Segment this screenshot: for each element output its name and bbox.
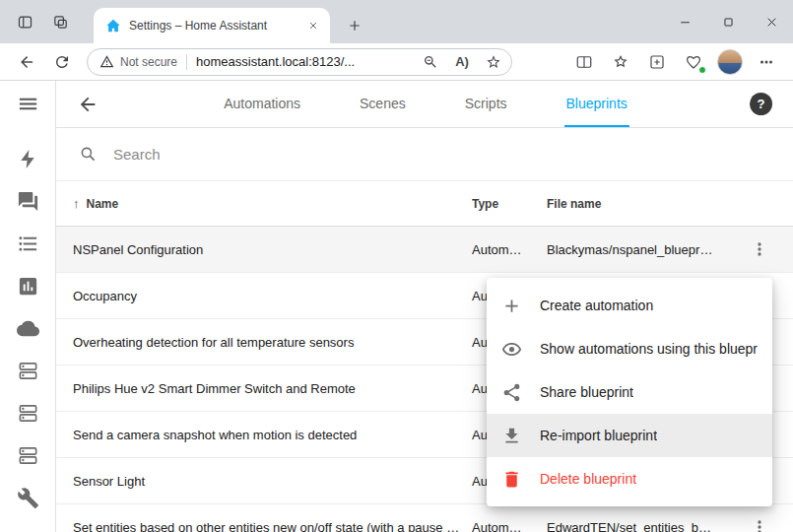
table-row[interactable]: Set entities based on other entities new… [56, 504, 793, 532]
new-tab-button[interactable] [342, 13, 367, 38]
table-row[interactable]: NSPanel Configuration Autom… Blackymas/n… [56, 227, 793, 273]
ha-back-icon[interactable] [74, 91, 101, 118]
help-icon[interactable]: ? [750, 93, 772, 115]
cloud-icon[interactable] [16, 316, 39, 340]
plus-icon [501, 296, 522, 316]
tab-automations[interactable]: Automations [222, 81, 302, 127]
menu-item-create-automation[interactable]: Create automation [487, 284, 772, 327]
dots-vertical-icon [750, 517, 769, 532]
address-bar[interactable]: Not secure homeassistant.local:8123/... … [87, 48, 512, 76]
read-aloud-icon[interactable]: A) [449, 49, 475, 75]
row-menu-button[interactable] [745, 512, 774, 532]
hamburger-menu-icon[interactable] [16, 92, 39, 115]
search-icon [79, 145, 99, 165]
split-screen-icon[interactable] [567, 46, 601, 78]
row-name: Set entities based on other entities new… [73, 520, 472, 532]
settings-menu-icon[interactable] [750, 46, 783, 78]
zoom-out-icon[interactable] [418, 49, 443, 75]
tab-blueprints[interactable]: Blueprints [564, 81, 629, 127]
chart-icon[interactable] [16, 274, 39, 298]
server-icon-3[interactable] [16, 443, 39, 467]
refresh-icon[interactable] [45, 46, 79, 78]
tab-close-icon[interactable] [304, 17, 322, 34]
row-type: Autom… [472, 242, 547, 257]
row-name: Occupancy [73, 289, 472, 303]
trash-icon [501, 469, 522, 490]
chat-icon[interactable] [16, 189, 39, 213]
row-name: Sensor Light [73, 474, 472, 489]
dots-vertical-icon [750, 239, 769, 259]
row-name: Overheating detection for all temperatur… [73, 335, 472, 350]
favorite-star-icon[interactable] [481, 49, 506, 75]
column-header-file[interactable]: File name [547, 197, 726, 211]
browser-navbar: Not secure homeassistant.local:8123/... … [0, 43, 793, 81]
eye-icon [501, 339, 522, 360]
menu-item-delete-blueprint[interactable]: Delete blueprint [487, 457, 772, 500]
ha-sidebar [0, 81, 56, 532]
menu-item-show-automations[interactable]: Show automations using this blueprint [487, 327, 772, 370]
browser-tab[interactable]: Settings – Home Assistant [94, 8, 330, 43]
tab-scenes[interactable]: Scenes [358, 81, 408, 127]
ha-main: Automations Scenes Scripts Blueprints ? … [56, 81, 793, 532]
address-divider [186, 54, 187, 70]
home-assistant-logo-icon [105, 18, 121, 33]
share-icon [501, 382, 522, 403]
row-name: NSPanel Configuration [73, 242, 472, 257]
essentials-status-dot [698, 66, 706, 74]
lightning-icon[interactable] [16, 147, 39, 170]
collections-icon[interactable] [640, 46, 674, 78]
search-bar [56, 128, 793, 181]
home-assistant-app: Automations Scenes Scripts Blueprints ? … [0, 81, 793, 532]
close-button[interactable] [750, 0, 793, 43]
tab-scripts[interactable]: Scripts [463, 81, 509, 127]
back-icon[interactable] [10, 46, 43, 78]
download-icon [501, 426, 522, 446]
tab-title: Settings – Home Assistant [129, 19, 297, 33]
row-file: EdwardTEN/set_entities_bas… [547, 520, 726, 532]
workspaces-icon[interactable] [10, 7, 39, 36]
row-name: Send a camera snapshot when motion is de… [73, 428, 472, 442]
profile-avatar[interactable] [717, 49, 743, 75]
browser-window: Settings – Home Assistant [0, 0, 793, 532]
menu-item-reimport-blueprint[interactable]: Re-import blueprint [487, 414, 772, 457]
column-header-type[interactable]: Type [472, 197, 547, 211]
row-menu-button[interactable] [745, 234, 774, 264]
tab-actions-icon[interactable] [45, 7, 75, 36]
search-input[interactable] [113, 146, 793, 163]
favorites-icon[interactable] [604, 46, 637, 78]
browser-titlebar: Settings – Home Assistant [0, 0, 793, 43]
sort-ascending-icon: ↑ [73, 196, 80, 211]
column-header-name[interactable]: ↑ Name [73, 196, 472, 211]
security-label: Not secure [120, 55, 177, 69]
url-text[interactable]: homeassistant.local:8123/... [196, 54, 412, 69]
server-icon-2[interactable] [16, 401, 39, 425]
table-header: ↑ Name Type File name [56, 181, 793, 227]
ha-tab-bar: Automations Scenes Scripts Blueprints [101, 81, 750, 127]
row-type: Autom… [472, 520, 547, 532]
row-name: Philips Hue v2 Smart Dimmer Switch and R… [73, 381, 472, 396]
menu-item-share-blueprint[interactable]: Share blueprint [487, 370, 772, 414]
browser-essentials-icon[interactable] [677, 46, 710, 78]
not-secure-warning-icon [99, 54, 114, 69]
minimize-button[interactable] [663, 0, 706, 43]
row-file: Blackymas/nspanel_blueprin… [547, 242, 726, 257]
server-icon-1[interactable] [16, 359, 39, 382]
maximize-button[interactable] [706, 0, 750, 43]
wrench-icon[interactable] [16, 486, 39, 509]
row-context-menu: Create automation Show automations using… [487, 278, 772, 506]
list-icon[interactable] [16, 232, 39, 255]
ha-header: Automations Scenes Scripts Blueprints ? [56, 81, 793, 128]
